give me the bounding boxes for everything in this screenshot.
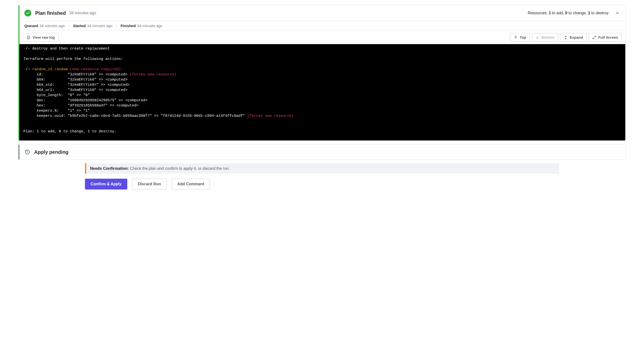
term-line: b64_url: "3zkmEFtYik8" =>: [24, 88, 105, 92]
svg-line-6: [594, 36, 596, 37]
crumb-queued-label: Queued: [24, 24, 38, 28]
crumb-finished: Finished 34 minutes ago: [121, 24, 162, 28]
full-screen-icon: [592, 36, 596, 40]
resources-add-suffix: to add,: [551, 11, 565, 15]
chevron-right-icon: ›: [68, 24, 70, 28]
term-resource-name: random_id.random: [30, 67, 70, 72]
crumb-started-label: Started: [73, 24, 86, 28]
plan-header: Plan finished 34 minutes ago Resources: …: [20, 5, 625, 21]
apply-panel: Apply pending: [18, 144, 626, 160]
resources-summary: Resources: 1 to add, 0 to change, 1 to d…: [528, 11, 608, 15]
term-line: destroy and then create replacement: [30, 47, 110, 51]
full-screen-button[interactable]: Full Screen: [588, 33, 622, 42]
bottom-label: Bottom: [541, 35, 554, 40]
plan-panel: Plan finished 34 minutes ago Resources: …: [18, 5, 626, 141]
crumb-finished-label: Finished: [121, 24, 136, 28]
pending-clock-icon: [24, 149, 30, 155]
plan-time: 34 minutes ago: [69, 11, 96, 15]
collapse-toggle[interactable]: [614, 10, 620, 16]
action-row: Confirm & Apply Discard Run Add Comment: [85, 179, 559, 189]
term-computed: <computed>: [105, 78, 128, 82]
document-icon: [26, 36, 30, 40]
term-line: byte_length: "8" => "8": [24, 93, 90, 97]
notice-label: Needs Confirmation:: [90, 166, 129, 171]
confirm-block: Needs Confirmation: Check the plan and c…: [85, 163, 559, 189]
resources-change-count: 0: [565, 11, 568, 15]
check-circle-icon: [24, 10, 31, 17]
confirm-apply-button[interactable]: Confirm & Apply: [85, 179, 127, 189]
plan-toolbar: View raw log Top Bottom Expand Full Scr: [20, 31, 625, 44]
expand-button[interactable]: Expand: [560, 33, 587, 42]
discard-run-button[interactable]: Discard Run: [132, 179, 167, 189]
term-line: keepers.uuid: "b5bfe2b7-ca6e-c0cd-7a01-b…: [24, 114, 245, 118]
term-note: (new resource required): [70, 67, 121, 72]
term-summary: Plan: 1 to add, 0 to change, 1 to destro…: [24, 129, 116, 134]
term-computed: <computed>: [105, 88, 128, 92]
svg-line-7: [593, 38, 594, 39]
resources-prefix: Resources:: [528, 11, 549, 15]
crumb-started-time: 34 minutes ago: [87, 24, 112, 28]
resources-destroy-suffix: to destroy: [590, 11, 608, 15]
resources-destroy-count: 1: [588, 11, 590, 15]
term-computed: <computed>: [105, 73, 128, 77]
chevron-up-icon: [615, 11, 620, 15]
notice-message: Check the plan and confirm to apply it, …: [129, 166, 230, 171]
view-raw-log-label: View raw log: [32, 35, 55, 40]
chevron-right-icon: ›: [116, 24, 117, 28]
apply-title: Apply pending: [34, 149, 68, 155]
resources-add-count: 1: [549, 11, 551, 15]
term-computed: <computed>: [125, 98, 148, 103]
term-line: b64_std: "3zkmEFtYik8=" =>: [24, 83, 108, 87]
top-label: Top: [520, 35, 526, 40]
view-raw-log-button[interactable]: View raw log: [23, 33, 58, 42]
full-screen-label: Full Screen: [598, 35, 618, 40]
crumb-started: Started 34 minutes ago: [73, 24, 112, 28]
resources-change-suffix: to change,: [568, 11, 588, 15]
term-note: (forces new resource): [128, 73, 176, 77]
top-button[interactable]: Top: [510, 33, 530, 42]
term-line: hex: "df3926105b588a4f" =>: [24, 104, 116, 108]
crumb-queued: Queued 34 minutes ago: [24, 24, 65, 28]
term-line: id: "3zkmEFtYik8" =>: [24, 73, 105, 77]
term-line: dec: "16084929395824298575" =>: [24, 98, 125, 103]
term-line: Terraform will perform the following act…: [24, 57, 123, 61]
plan-terminal[interactable]: -/+ destroy and then create replacement …: [20, 44, 625, 140]
term-line: keepers.%: "1" => "1": [24, 109, 90, 113]
arrow-down-bar-icon: [536, 36, 539, 40]
crumb-finished-time: 34 minutes ago: [137, 24, 162, 28]
term-line: b64: "3zkmEFtYik8" =>: [24, 78, 105, 82]
bottom-button[interactable]: Bottom: [532, 33, 558, 42]
expand-label: Expand: [570, 35, 583, 40]
plan-breadcrumb: Queued 34 minutes ago › Started 34 minut…: [20, 21, 625, 31]
arrow-up-bar-icon: [514, 36, 518, 40]
add-comment-button[interactable]: Add Comment: [172, 179, 210, 189]
plan-title: Plan finished: [35, 10, 66, 16]
term-computed: <computed>: [116, 104, 138, 108]
crumb-queued-time: 34 minutes ago: [40, 24, 65, 28]
confirmation-notice: Needs Confirmation: Check the plan and c…: [85, 163, 559, 174]
term-note: (forces new resource): [245, 114, 294, 118]
term-computed: <computed>: [108, 83, 130, 87]
expand-icon: [564, 36, 568, 40]
apply-header[interactable]: Apply pending: [20, 145, 625, 159]
